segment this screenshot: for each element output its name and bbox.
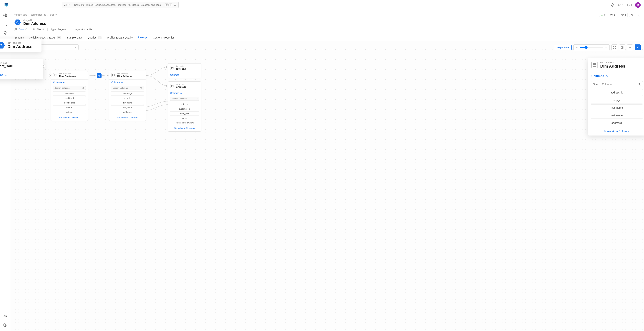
columns-label: Columns	[0, 73, 3, 77]
lineage-node-fact-sale[interactable]: fact_sale fact_sale Columns	[168, 63, 201, 78]
column-item[interactable]: creditcard	[53, 96, 86, 100]
breadcrumb[interactable]: sample_data / ecommerce_db / shopify	[14, 13, 57, 16]
svg-point-28	[140, 87, 142, 88]
stat-star[interactable]: 5	[620, 12, 628, 17]
node-columns-toggle[interactable]: Columns	[168, 90, 201, 96]
tier-meta[interactable]: No Tier	[33, 28, 44, 31]
user-avatar[interactable]: R	[635, 2, 641, 8]
column-item[interactable]: status	[170, 116, 199, 120]
crumb-item[interactable]: ecommerce_db	[31, 13, 46, 16]
help-button[interactable]: ?	[627, 3, 632, 7]
fullscreen-button[interactable]	[619, 44, 625, 50]
hover-columns-toggle[interactable]: Columns	[0, 71, 43, 79]
global-search-input[interactable]	[72, 2, 165, 8]
chevron-up-icon	[121, 82, 123, 83]
column-item[interactable]: credit_card_amount	[170, 121, 199, 125]
show-more-button[interactable]: Show More Columns	[588, 127, 644, 135]
crumb-item[interactable]: sample_data	[14, 13, 27, 16]
show-more-button[interactable]: Show More Columns	[51, 115, 88, 121]
edit-lineage-button[interactable]	[635, 44, 641, 50]
lineage-node-dim-address[interactable]: dim_address Dim Address Columns address_…	[109, 71, 146, 121]
zoom-slider[interactable]	[580, 45, 604, 49]
focus-button[interactable]	[612, 44, 617, 50]
edit-tier-icon[interactable]	[42, 28, 44, 30]
tab-profiler[interactable]: Profiler & Data Quality	[107, 34, 133, 41]
svg-point-18	[16, 28, 17, 29]
kbd-k: K	[169, 3, 172, 6]
more-menu[interactable]	[636, 12, 640, 17]
sidebar-insights-icon[interactable]	[3, 31, 8, 35]
lineage-node-raw-customer[interactable]: raw_customer Raw Customer Columns commen…	[51, 71, 88, 121]
sidebar-quality-icon[interactable]	[3, 22, 8, 27]
column-search-input[interactable]	[172, 98, 197, 100]
column-item[interactable]: order_date	[170, 111, 199, 115]
zoom-in-button[interactable]: +	[604, 46, 608, 49]
sidebar-explore-icon[interactable]	[3, 13, 8, 18]
tab-lineage[interactable]: Lineage	[138, 34, 148, 41]
node-title: fact_sale	[176, 67, 186, 70]
zoom-control[interactable]: − +	[574, 44, 610, 50]
column-item[interactable]: shop_id	[111, 96, 144, 100]
sidebar-logout-icon[interactable]	[3, 323, 8, 327]
node-columns-toggle[interactable]: Columns	[51, 79, 88, 85]
tab-custom-properties[interactable]: Custom Properties	[153, 34, 174, 41]
pipeline-node[interactable]	[97, 73, 102, 78]
settings-button[interactable]	[627, 44, 633, 50]
column-item[interactable]: last_name	[591, 112, 643, 119]
stat-exec[interactable]: 2.4	[608, 12, 618, 17]
node-column-search[interactable]	[170, 97, 199, 101]
share-button[interactable]	[629, 12, 635, 17]
expand-downstream-button[interactable]: +	[42, 64, 45, 67]
app-logo[interactable]	[3, 2, 9, 8]
sidebar-settings-icon[interactable]	[3, 314, 8, 319]
column-item[interactable]: orders	[53, 105, 86, 109]
type-label: Type:	[50, 28, 56, 31]
node-columns-toggle[interactable]: Columns	[168, 72, 201, 78]
column-item[interactable]: order_id	[170, 102, 199, 106]
column-item[interactable]: membership	[53, 101, 86, 105]
lineage-node-orders10[interactable]: orders10 orders10 Columns order_id custo…	[168, 81, 201, 132]
column-search-input[interactable]	[113, 87, 140, 89]
column-item[interactable]: address_id	[111, 91, 144, 95]
column-item[interactable]: first_name	[591, 104, 643, 111]
language-select[interactable]: EN	[618, 3, 624, 6]
hover-card-fact-sale[interactable]: fact_sale fact_sale Columns	[0, 59, 43, 79]
svg-point-10	[631, 14, 632, 15]
hover-column-search[interactable]	[591, 81, 643, 87]
column-search-input[interactable]	[54, 87, 82, 89]
owner-meta[interactable]: Data	[14, 28, 27, 31]
column-item[interactable]: last_name	[111, 105, 144, 109]
edit-owner-icon[interactable]	[25, 28, 27, 30]
expand-upstream-button[interactable]: +	[49, 74, 52, 77]
column-item[interactable]: address1	[591, 120, 643, 126]
svg-rect-29	[172, 67, 173, 69]
column-item[interactable]: first_name	[111, 101, 144, 105]
show-more-button[interactable]: Show More Columns	[168, 125, 201, 131]
expand-all-button[interactable]: Expand All	[555, 45, 572, 50]
column-item[interactable]: customer_id	[170, 107, 199, 111]
notifications-icon[interactable]	[611, 3, 615, 7]
tab-sample-data[interactable]: Sample Data	[67, 34, 82, 41]
column-item[interactable]: address1	[111, 110, 144, 114]
column-item[interactable]: platform	[53, 110, 86, 114]
search-icon[interactable]	[174, 3, 176, 6]
tab-queries[interactable]: Queries1	[88, 34, 101, 41]
column-item[interactable]: shop_id	[591, 97, 643, 103]
column-item[interactable]: address_id	[591, 89, 643, 96]
hover-columns-toggle[interactable]: Columns	[588, 72, 644, 80]
hover-card-dim-address-columns[interactable]: dim_address Dim Address Columns address_…	[588, 58, 644, 135]
column-item[interactable]: comments	[53, 91, 86, 95]
crumb-sep: /	[48, 13, 48, 16]
show-more-button[interactable]: Show More Columns	[109, 115, 146, 121]
chevron-up-icon	[606, 75, 608, 77]
zoom-out-button[interactable]: −	[575, 46, 578, 49]
node-column-search[interactable]	[111, 86, 144, 90]
stat-queries[interactable]: 0	[599, 12, 607, 17]
column-search-input[interactable]	[593, 83, 638, 86]
owner-link[interactable]: Data	[18, 28, 24, 31]
search-icon	[197, 98, 198, 100]
search-scope-select[interactable]: All	[62, 2, 72, 8]
node-column-search[interactable]	[53, 86, 86, 90]
node-columns-toggle[interactable]: Columns	[109, 79, 146, 85]
crumb-item[interactable]: shopify	[50, 13, 57, 16]
